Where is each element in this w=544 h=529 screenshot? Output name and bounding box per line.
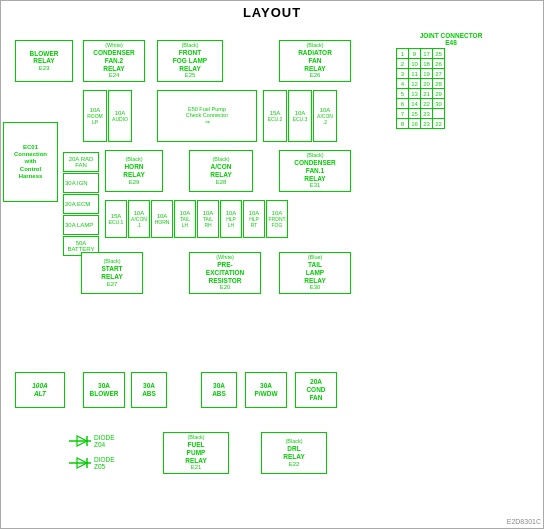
blower-30a-box: 30ABLOWER: [83, 372, 125, 408]
fuse-row-1: 10A ROOMLP 10A AUDIO: [83, 90, 132, 142]
watermark: E2D8301C: [507, 518, 541, 525]
fuse-row-mid: 15A ECU.1 10A A/CON.1 10A HORN 10A TAILL…: [105, 200, 288, 238]
abs-30a-1-box: 30AABS: [131, 372, 167, 408]
fuse-hlp-rt: 10A HLPRT: [243, 200, 265, 238]
fuse-room-lp: 10A ROOMLP: [83, 90, 107, 142]
joint-row: 191725: [397, 49, 445, 59]
radiator-fan-box: (Black) RADIATORFANRELAY E26: [279, 40, 351, 82]
fuse-acon2: 10A A/CON.2: [313, 90, 337, 142]
fuse-col-left: 20A RAD FAN 30A IGN 20A ECM 30A LAMP 50A…: [63, 152, 99, 256]
fuse-audio: 10A AUDIO: [108, 90, 132, 142]
tail-lamp-relay-box: (Blue) TAILLAMPRELAY E30: [279, 252, 351, 294]
condenser-fan1-box: (Black) CONDENSERFAN.1RELAY E31: [279, 150, 351, 192]
condenser-fan2-box: (White) CONDENSERFAN.2RELAY E24: [83, 40, 145, 82]
e50-box: E50 Fuel PumpCheck Connector ⇒: [157, 90, 257, 142]
joint-table: 191725 2101826 3111927 4122028 5132129 6…: [396, 48, 445, 129]
fuse-ecu3: 10A ECU.3: [288, 90, 312, 142]
fuse-tail-rh: 10A TAILRH: [197, 200, 219, 238]
fuse-acon1: 10A A/CON.1: [128, 200, 150, 238]
fuse-front-fog: 10A FRONTFOG: [266, 200, 288, 238]
diagram-area: BLOWERRELAY E23 (White) CONDENSERFAN.2RE…: [1, 22, 543, 527]
joint-row: 71523: [397, 109, 445, 119]
joint-row: 2101826: [397, 59, 445, 69]
drl-relay-box: (Black) DRLRELAY E22: [261, 432, 327, 474]
front-fog-box: (Black) FRONTFOG LAMPRELAY E25: [157, 40, 223, 82]
pwdw-30a-box: 30AP/WDW: [245, 372, 287, 408]
blower-relay-box: BLOWERRELAY E23: [15, 40, 73, 82]
fuse-ecu1: 15A ECU.1: [105, 200, 127, 238]
joint-connector-container: JOINT CONNECTORE48 191725 2101826 311192…: [396, 32, 506, 129]
diode-z05-symbol: [69, 456, 91, 470]
horn-relay-box: (Black) HORNRELAY E29: [105, 150, 163, 192]
page-title: LAYOUT: [1, 1, 543, 22]
joint-row: 3111927: [397, 69, 445, 79]
joint-row: 6142230: [397, 99, 445, 109]
fuse-ign: 30A IGN: [63, 173, 99, 193]
pre-excitation-box: (White) PRE-EXCITATIONRESISTOR E20: [189, 252, 261, 294]
fuel-pump-box: (Black) FUELPUMPRELAY E21: [163, 432, 229, 474]
joint-row: 8162322: [397, 119, 445, 129]
page: LAYOUT BLOWERRELAY E23 (White) CONDENSER…: [0, 0, 544, 529]
fuse-horn: 10A HORN: [151, 200, 173, 238]
acon-relay-box: (Black) A/CONRELAY E28: [189, 150, 253, 192]
cond-fan-20a-box: 20ACONDFAN: [295, 372, 337, 408]
diode-z04: DIODEZ04: [69, 432, 149, 450]
fuse-hlp-lh: 10A HLPLH: [220, 200, 242, 238]
fuse-lamp: 30A LAMP: [63, 215, 99, 235]
diode-z04-symbol: [69, 434, 91, 448]
ec01-box: EC01ConnectionwithControlHarness: [3, 122, 58, 202]
joint-row: 5132129: [397, 89, 445, 99]
joint-row: 4122028: [397, 79, 445, 89]
abs-30a-2-box: 30AABS: [201, 372, 237, 408]
fuse-ecm: 20A ECM: [63, 194, 99, 214]
alt-100a-box: 100AALT: [15, 372, 65, 408]
fuse-rad-fan: 20A RAD FAN: [63, 152, 99, 172]
fuse-ecu2: 15A ECU.2: [263, 90, 287, 142]
diode-z05: DIODEZ05: [69, 454, 149, 472]
fuse-tail-lh: 10A TAILLH: [174, 200, 196, 238]
start-relay-box: (Black) STARTRELAY E27: [81, 252, 143, 294]
fuse-row-ecu: 15A ECU.2 10A ECU.3 10A A/CON.2: [263, 90, 337, 142]
joint-connector-title: JOINT CONNECTORE48: [396, 32, 506, 46]
